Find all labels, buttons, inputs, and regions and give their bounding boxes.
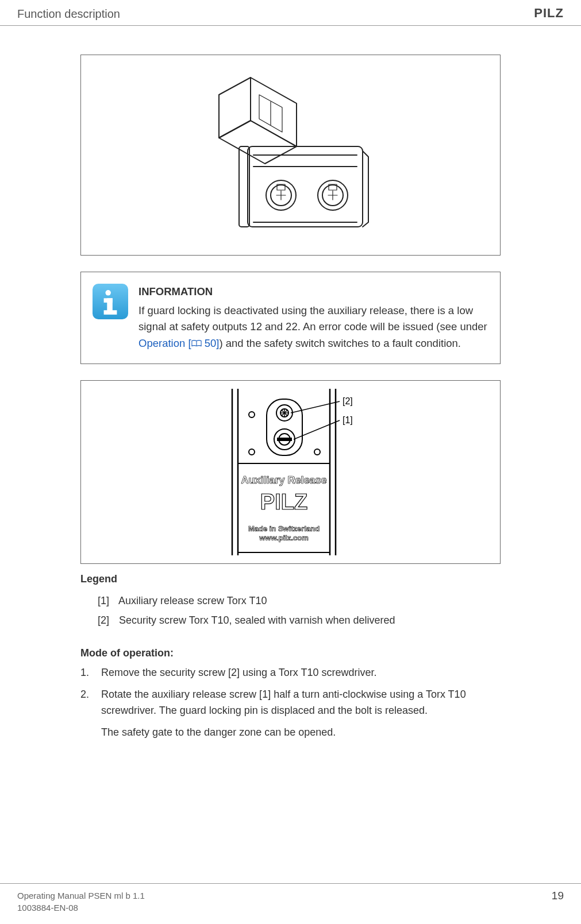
svg-rect-21: [107, 298, 113, 311]
legend-text: Security screw Torx T10, sealed with var…: [119, 614, 395, 626]
legend-block: Legend [1] Auxiliary release screw Torx …: [80, 573, 501, 630]
svg-marker-2: [219, 121, 297, 164]
information-body-1: If guard locking is deactivated using th…: [138, 304, 487, 333]
legend-key: [2]: [98, 610, 116, 630]
brand-logo: PILZ: [534, 6, 564, 21]
svg-point-30: [249, 449, 255, 455]
legend-text: Auxiliary release screw Torx T10: [118, 595, 267, 606]
device-drawing: [196, 72, 386, 238]
footer-doc-info: Operating Manual PSEN ml b 1.1 1003884-E…: [17, 890, 145, 914]
svg-rect-32: [267, 399, 302, 455]
figure-aux-release: [2] [1] Auxiliary Release PILZ Made in S…: [80, 380, 501, 564]
legend-key: [1]: [98, 591, 116, 610]
legend-item: [1] Auxiliary release screw Torx T10: [98, 591, 501, 610]
svg-line-43: [294, 420, 340, 439]
page-number: 19: [552, 890, 564, 902]
step-text: Remove the security screw [2] using a To…: [101, 665, 377, 681]
steps-list: 1. Remove the security screw [2] using a…: [80, 665, 501, 719]
step-text: Rotate the auxiliary release screw [1] h…: [101, 687, 501, 719]
step-number: 1.: [80, 665, 93, 681]
legend-list: [1] Auxiliary release screw Torx T10 [2]…: [80, 591, 501, 630]
info-icon: [93, 284, 128, 319]
pilz-outline-logo: PILZ: [260, 490, 307, 514]
page-footer: Operating Manual PSEN ml b 1.1 1003884-E…: [0, 883, 581, 914]
svg-point-29: [249, 412, 255, 417]
made-in-label: Made in Switzerland: [248, 524, 319, 533]
aux-release-drawing: [2] [1] Auxiliary Release PILZ Made in S…: [205, 389, 377, 555]
figure-device: [80, 55, 501, 256]
operation-link[interactable]: Operation [ 50]: [138, 337, 219, 349]
svg-rect-41: [277, 438, 292, 441]
mode-title: Mode of operation:: [80, 647, 501, 659]
step-result: The safety gate to the danger zone can b…: [101, 725, 501, 741]
svg-point-19: [105, 290, 111, 296]
book-icon: [191, 339, 202, 347]
svg-point-31: [314, 449, 320, 455]
callout-2: [2]: [343, 396, 353, 406]
svg-line-42: [291, 401, 340, 413]
footer-line-2: 1003884-EN-08: [17, 902, 145, 914]
footer-line-1: Operating Manual PSEN ml b 1.1: [17, 890, 145, 902]
information-body-2: ) and the safety switch switches to a fa…: [219, 337, 461, 349]
page-header: Function description PILZ: [0, 0, 581, 26]
callout-1: [1]: [343, 415, 353, 425]
information-heading: INFORMATION: [138, 284, 488, 300]
svg-rect-22: [104, 310, 117, 315]
information-text: INFORMATION If guard locking is deactiva…: [138, 284, 488, 352]
legend-item: [2] Security screw Torx T10, sealed with…: [98, 610, 501, 630]
aux-release-label: Auxiliary Release: [241, 474, 326, 486]
url-label: www.pilz.com: [259, 533, 308, 542]
legend-title: Legend: [80, 573, 501, 585]
section-title: Function description: [17, 7, 120, 21]
step-number: 2.: [80, 687, 93, 719]
information-box: INFORMATION If guard locking is deactiva…: [80, 272, 501, 364]
step-item: 2. Rotate the auxiliary release screw [1…: [80, 687, 501, 719]
step-item: 1. Remove the security screw [2] using a…: [80, 665, 501, 681]
svg-marker-0: [251, 78, 297, 146]
mode-of-operation: Mode of operation: 1. Remove the securit…: [80, 647, 501, 741]
page-content: INFORMATION If guard locking is deactiva…: [0, 26, 581, 741]
